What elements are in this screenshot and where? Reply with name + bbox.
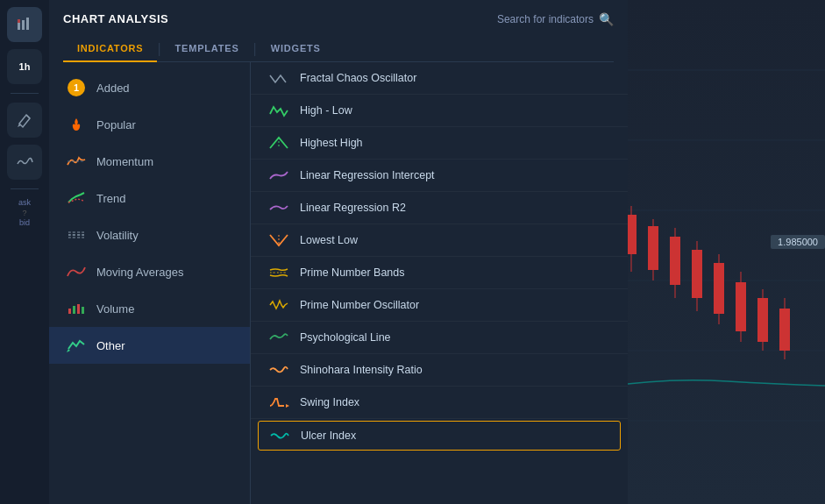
psych-line-icon <box>268 330 289 345</box>
sidebar-divider-2 <box>11 188 39 189</box>
sidebar-item-label-other: Other <box>96 339 125 352</box>
list-item-ulcer[interactable]: Ulcer Index <box>258 421 621 451</box>
indicator-button[interactable] <box>7 145 42 180</box>
list-item-lr-intercept[interactable]: Linear Regression Intercept <box>251 160 628 192</box>
svg-rect-53 <box>73 306 75 314</box>
chart-icon <box>16 16 33 33</box>
draw-button[interactable] <box>7 103 42 138</box>
sidebar-divider <box>11 93 39 94</box>
list-item-shinohara[interactable]: Shinohara Intensity Ratio <box>251 354 628 387</box>
sidebar-item-momentum[interactable]: Momentum <box>49 143 250 180</box>
svg-rect-50 <box>26 18 29 30</box>
momentum-icon <box>67 152 86 171</box>
list-item-psych-line[interactable]: Psychological Line <box>251 322 628 354</box>
wave-indicator-icon <box>16 153 33 171</box>
indicator-label: Prime Number Oscillator <box>300 299 419 311</box>
list-item-swing[interactable]: Swing Index <box>251 387 628 419</box>
indicator-label: Psychological Line <box>300 331 391 344</box>
indicator-label: Linear Regression Intercept <box>300 169 435 181</box>
ma-icon <box>67 262 86 281</box>
list-item-fractal[interactable]: Fractal Chaos Oscillator <box>251 62 628 95</box>
indicator-panel: CHART ANALYSIS Search for indicators 🔍 I… <box>49 0 628 504</box>
svg-marker-56 <box>67 349 70 352</box>
svg-rect-52 <box>68 309 71 314</box>
svg-rect-41 <box>714 263 724 314</box>
chart-type-button[interactable] <box>7 7 42 42</box>
left-nav: 1 Added Popular <box>49 62 251 504</box>
svg-marker-59 <box>286 404 289 408</box>
added-icon: 1 <box>67 78 86 97</box>
panel-header: CHART ANALYSIS Search for indicators 🔍 I… <box>49 0 628 62</box>
indicator-label: Highest High <box>300 137 363 149</box>
indicator-label: Lowest Low <box>300 234 358 246</box>
prime-bands-icon <box>268 265 289 280</box>
lr-intercept-icon <box>268 167 289 183</box>
list-item-prime-osc[interactable]: Prime Number Oscillator <box>251 289 628 322</box>
sidebar-item-label-ma: Moving Averages <box>96 266 184 279</box>
tab-bar: INDICATORS | TEMPLATES | WIDGETS <box>63 36 614 62</box>
indicator-label: Prime Number Bands <box>300 266 405 279</box>
sidebar-item-label-popular: Popular <box>96 118 136 131</box>
sidebar-item-label-momentum: Momentum <box>96 155 153 168</box>
svg-rect-35 <box>648 226 658 270</box>
list-item-highest-high[interactable]: Highest High <box>251 127 628 160</box>
search-label: Search for indicators <box>497 13 594 25</box>
panel-title: CHART ANALYSIS <box>63 12 168 25</box>
volatility-icon <box>67 225 86 245</box>
indicator-label: High - Low <box>300 104 352 117</box>
high-low-icon <box>268 103 289 118</box>
search-icon: 🔍 <box>599 12 614 26</box>
trend-icon <box>67 188 86 208</box>
fractal-icon <box>268 70 289 86</box>
svg-rect-37 <box>670 237 680 285</box>
sidebar-item-moving-averages[interactable]: Moving Averages <box>49 253 250 290</box>
pencil-icon <box>17 112 32 128</box>
sidebar-item-label-trend: Trend <box>96 192 125 205</box>
svg-rect-55 <box>82 307 84 314</box>
sidebar-item-added[interactable]: 1 Added <box>49 69 250 106</box>
sidebar-item-volatility[interactable]: Volatility <box>49 217 250 253</box>
svg-rect-48 <box>18 23 20 30</box>
price-label: 1.985000 <box>771 235 825 249</box>
ask-bid-label: ask ? bid <box>18 198 31 229</box>
sidebar-item-label-volatility: Volatility <box>96 229 139 242</box>
panel-body: 1 Added Popular <box>49 62 628 504</box>
ulcer-icon <box>269 428 290 444</box>
sidebar-item-other[interactable]: Other <box>49 327 250 364</box>
indicator-list: Fractal Chaos Oscillator High - Low <box>251 62 628 504</box>
tab-indicators[interactable]: INDICATORS <box>63 36 157 62</box>
indicator-label: Ulcer Index <box>301 429 356 442</box>
svg-rect-39 <box>692 250 702 298</box>
volume-icon <box>67 299 86 318</box>
prime-osc-icon <box>268 297 289 313</box>
shinohara-icon <box>268 362 289 378</box>
highest-high-icon <box>268 135 289 151</box>
sidebar-item-label-volume: Volume <box>96 302 134 316</box>
timeframe-button[interactable]: 1h <box>7 49 42 84</box>
tab-templates[interactable]: TEMPLATES <box>161 36 253 62</box>
list-item-lowest-low[interactable]: Lowest Low <box>251 224 628 257</box>
flame-icon <box>67 115 86 134</box>
sidebar-item-popular[interactable]: Popular <box>49 106 250 143</box>
indicator-label: Swing Index <box>300 396 359 408</box>
svg-rect-54 <box>77 304 80 314</box>
sidebar-item-label-added: Added <box>96 82 130 95</box>
lr-r2-icon <box>268 200 289 216</box>
list-item-high-low[interactable]: High - Low <box>251 95 628 127</box>
svg-rect-51 <box>18 19 20 23</box>
swing-icon <box>268 394 289 410</box>
tab-widgets[interactable]: WIDGETS <box>257 36 335 62</box>
svg-rect-49 <box>22 20 25 30</box>
svg-rect-43 <box>736 282 746 331</box>
list-item-lr-r2[interactable]: Linear Regression R2 <box>251 192 628 224</box>
sidebar: 1h ask ? bid <box>0 0 49 504</box>
sidebar-item-trend[interactable]: Trend <box>49 180 250 217</box>
other-icon <box>67 336 86 355</box>
sidebar-item-volume[interactable]: Volume <box>49 290 250 327</box>
list-item-prime-bands[interactable]: Prime Number Bands <box>251 257 628 289</box>
indicator-label: Fractal Chaos Oscillator <box>300 72 416 84</box>
indicator-label: Linear Regression R2 <box>300 202 406 214</box>
svg-rect-45 <box>757 298 768 342</box>
search-bar[interactable]: Search for indicators 🔍 <box>497 12 614 26</box>
lowest-low-icon <box>268 232 289 248</box>
